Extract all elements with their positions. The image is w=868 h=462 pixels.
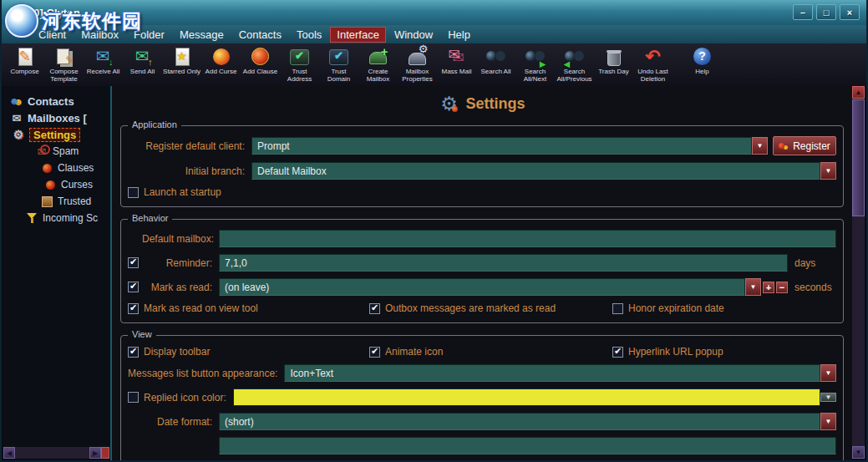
scroll-down-icon[interactable]	[852, 446, 865, 459]
mark-as-read-decrement-button[interactable]: −	[776, 282, 788, 293]
toolbar-send-all[interactable]: Send All	[123, 45, 162, 84]
reminder-label: Reminder:	[166, 257, 212, 269]
trust-address-icon	[288, 46, 312, 67]
mailbox-icon	[10, 112, 23, 124]
scroll-thumb[interactable]	[852, 99, 865, 216]
maximize-button[interactable]: □	[816, 4, 836, 20]
toolbar-add-curse[interactable]: Add Curse	[201, 45, 241, 84]
register-client-dropdown-icon[interactable]	[752, 137, 768, 155]
application-group: Application Register default client: Reg…	[120, 125, 844, 207]
settings-gear-icon	[12, 129, 25, 141]
scroll-left-icon[interactable]: ◀	[3, 447, 15, 459]
mark-as-read-select[interactable]: (on leave)	[219, 278, 761, 296]
undo-deletion-icon	[642, 46, 665, 67]
display-toolbar-checkbox[interactable]	[128, 347, 139, 358]
reminder-input[interactable]	[219, 254, 788, 272]
menu-help[interactable]: Help	[441, 27, 477, 43]
sidebar-item-curses[interactable]: Curses	[3, 176, 109, 193]
scroll-up-icon[interactable]	[852, 86, 865, 99]
toolbar-undo-deletion[interactable]: Undo Last Deletion	[633, 45, 673, 84]
search-all-icon	[485, 46, 508, 67]
toolbar-mass-mail[interactable]: Mass Mail	[437, 45, 476, 84]
help-icon	[691, 46, 714, 67]
reminder-checkbox[interactable]	[128, 257, 139, 268]
sidebar-item-clauses[interactable]: Clauses	[3, 160, 109, 176]
sidebar-item-contacts[interactable]: Contacts	[3, 93, 109, 109]
page-title: Settings	[112, 94, 852, 114]
receive-all-icon	[92, 46, 115, 67]
toolbar-search-previous[interactable]: Search All/Previous	[555, 45, 594, 84]
sidebar-item-mailboxes[interactable]: Mailboxes [	[3, 109, 109, 126]
clipped-field[interactable]	[219, 437, 836, 454]
menu-mailbox[interactable]: Mailbox	[74, 27, 125, 43]
scroll-track[interactable]	[15, 447, 89, 459]
hyperlink-popup-label: Hyperlink URL popup	[628, 346, 723, 358]
menu-client[interactable]: Client	[32, 27, 73, 43]
register-default-client-input[interactable]	[251, 137, 752, 155]
toolbar-starred-only[interactable]: Starred Only	[162, 45, 201, 84]
hyperlink-popup-checkbox[interactable]	[612, 347, 623, 358]
mark-as-read-increment-button[interactable]: +	[763, 282, 774, 293]
toolbar-receive-all[interactable]: Receive All	[84, 45, 123, 84]
minimize-button[interactable]: –	[793, 4, 813, 20]
launch-at-startup-checkbox[interactable]	[128, 187, 139, 198]
appearance-dropdown-icon[interactable]	[820, 364, 836, 382]
scroll-right-icon[interactable]: ▶	[89, 447, 101, 459]
date-format-dropdown-icon[interactable]	[820, 413, 836, 430]
toolbar-trust-address[interactable]: Trust Address	[280, 45, 319, 84]
close-button[interactable]: ×	[840, 4, 860, 20]
toolbar-label: Mass Mail	[441, 68, 471, 75]
toolbar-help[interactable]: Help	[683, 45, 722, 84]
titlebar: [0] Clyton – □ ×	[2, 0, 866, 25]
replied-color-dropdown-icon[interactable]	[820, 393, 836, 402]
toolbar-compose[interactable]: Compose	[5, 45, 44, 84]
app-icon	[10, 6, 25, 19]
date-format-select[interactable]: (short)	[219, 413, 836, 430]
menu-folder[interactable]: Folder	[127, 27, 171, 43]
toolbar-trash-day[interactable]: Trash Day	[594, 45, 633, 84]
initial-branch-label: Initial branch:	[128, 165, 245, 177]
menu-window[interactable]: Window	[388, 27, 439, 43]
toolbar-search-all[interactable]: Search All	[476, 45, 515, 84]
sidebar-item-spam[interactable]: Spam	[3, 143, 109, 160]
toolbar-create-mailbox[interactable]: Create Mailbox	[358, 45, 398, 84]
mark-as-read-dropdown-icon[interactable]	[745, 278, 761, 296]
default-mailbox-input[interactable]	[219, 230, 836, 247]
menu-message[interactable]: Message	[173, 27, 231, 43]
sidebar-item-settings[interactable]: Settings	[3, 126, 109, 143]
initial-branch-value: Default Mailbox	[251, 162, 820, 180]
toolbar-compose-template[interactable]: Compose Template	[44, 45, 84, 84]
toolbar-label: Trash Day	[598, 68, 629, 75]
spam-icon	[35, 145, 48, 158]
replied-icon-color-checkbox[interactable]	[128, 392, 139, 403]
sidebar-item-incoming[interactable]: Incoming Sc	[3, 210, 109, 226]
animate-icon-label: Animate icon	[385, 346, 443, 358]
menu-interface[interactable]: Interface	[330, 27, 386, 43]
animate-icon-checkbox[interactable]	[369, 347, 380, 358]
menu-tools[interactable]: Tools	[290, 27, 328, 43]
toolbar-add-clause[interactable]: Add Clause	[241, 45, 280, 84]
initial-branch-select[interactable]: Default Mailbox	[251, 162, 836, 180]
outbox-marked-read-checkbox[interactable]	[369, 303, 380, 314]
mark-read-on-view-checkbox[interactable]	[128, 303, 139, 314]
toolbar-mailbox-properties[interactable]: Mailbox Properties	[398, 45, 437, 84]
toolbar-label: Create Mailbox	[358, 68, 398, 83]
replied-icon-color-swatch[interactable]	[233, 388, 820, 406]
main-vertical-scrollbar[interactable]	[852, 86, 865, 459]
sidebar-horizontal-scrollbar[interactable]: ◀ ▶	[3, 447, 109, 459]
messages-list-appearance-select[interactable]: Icon+Text	[284, 364, 836, 382]
date-format-label: Date format:	[157, 416, 212, 428]
trust-domain-icon	[327, 46, 351, 67]
mark-as-read-checkbox[interactable]	[128, 282, 139, 292]
toolbar-label: Search All/Previous	[555, 68, 594, 83]
honor-expiration-checkbox[interactable]	[612, 303, 623, 314]
toolbar-search-next[interactable]: Search All/Next	[515, 45, 555, 84]
mark-read-on-view-label: Mark as read on view tool	[144, 302, 258, 314]
initial-branch-dropdown-icon[interactable]	[820, 162, 836, 180]
toolbar-label: Help	[695, 68, 708, 75]
toolbar-label: Search All	[480, 68, 510, 75]
register-button[interactable]: Register	[773, 136, 836, 155]
menu-contacts[interactable]: Contacts	[232, 27, 288, 43]
sidebar-item-trusted[interactable]: Trusted	[3, 193, 109, 210]
toolbar-trust-domain[interactable]: Trust Domain	[319, 45, 358, 84]
